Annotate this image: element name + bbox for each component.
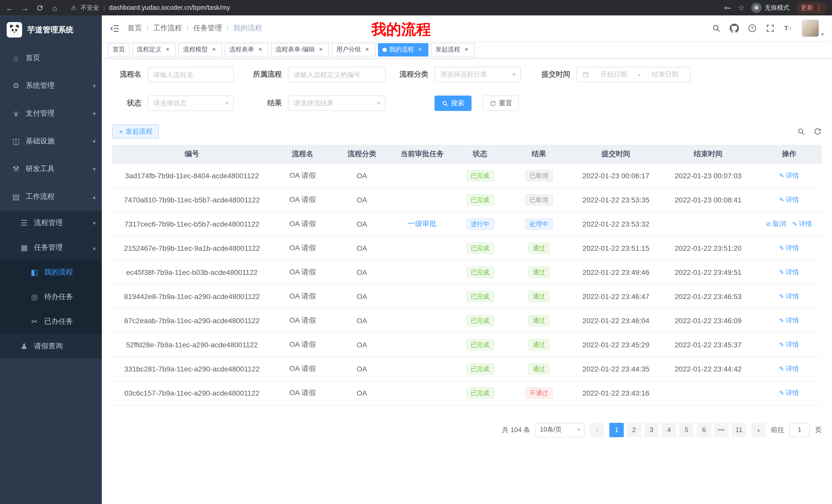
tab-process-form-edit[interactable]: 流程表单-编辑×	[271, 43, 329, 56]
close-icon[interactable]: ×	[463, 46, 470, 53]
category-select[interactable]: 请选择流程分类 ▾	[435, 67, 521, 82]
sidebar-item-infra[interactable]: ◫基础设施▾	[0, 128, 102, 155]
hamburger-icon[interactable]	[110, 23, 120, 33]
cell-status: 已完成	[454, 357, 506, 381]
cell-result: 通过	[506, 308, 572, 332]
close-icon[interactable]: ×	[210, 46, 217, 53]
tab-home[interactable]: 首页	[108, 43, 130, 56]
update-button[interactable]: 更新 ⋮	[796, 2, 827, 13]
tab-process-form[interactable]: 流程表单×	[225, 43, 268, 56]
close-icon[interactable]: ×	[317, 46, 324, 53]
tab-my-process[interactable]: 我的流程×	[378, 43, 428, 56]
reload-icon[interactable]	[36, 4, 44, 11]
page-button[interactable]: 3	[644, 423, 659, 437]
current-task-link[interactable]: 一级审批	[408, 219, 437, 227]
sidebar-item-leave-query[interactable]: ♟请假查询	[0, 334, 102, 359]
incognito-profile-chip[interactable]: 无痕模式	[751, 3, 789, 13]
close-icon[interactable]: ×	[164, 46, 171, 53]
page-button[interactable]: 5	[679, 423, 694, 437]
status-select[interactable]: 请选择状态 ▾	[148, 95, 234, 111]
page-size-select[interactable]: 10条/页 ▾	[535, 423, 585, 437]
table-row: 331bc281-7b9a-11ec-a290-acde48001122OA 请…	[112, 357, 822, 381]
sidebar-item-my-process[interactable]: ◧我的流程	[0, 260, 102, 285]
detail-link[interactable]: ✎详情	[779, 243, 799, 253]
cell-category: OA	[334, 284, 390, 308]
sidebar-item-task-mgmt[interactable]: ▦任务管理▴	[0, 235, 102, 260]
cancel-link[interactable]: ⊘取消	[766, 219, 786, 228]
detail-link[interactable]: ✎详情	[779, 171, 799, 180]
result-select[interactable]: 请选择流结果 ▾	[288, 95, 386, 111]
close-icon[interactable]: ×	[257, 46, 264, 53]
breadcrumb-separator: /	[147, 24, 149, 32]
process-name-input[interactable]	[148, 67, 234, 82]
submit-time-range[interactable]: 开始日期 - 结束日期	[576, 67, 691, 82]
cell-actions: ✎详情	[756, 332, 822, 357]
tab-process-model[interactable]: 流程模型×	[178, 43, 222, 56]
create-process-button[interactable]: + 发起流程	[112, 124, 159, 139]
sidebar-item-todo-tasks[interactable]: ◎待办任务	[0, 285, 102, 309]
help-icon[interactable]: ?	[748, 24, 757, 33]
home-icon[interactable]: ⌂	[50, 3, 59, 12]
detail-link[interactable]: ✎详情	[779, 388, 799, 397]
detail-link[interactable]: ✎详情	[792, 219, 812, 228]
bookmark-star-icon[interactable]: ☆	[738, 4, 745, 12]
column-header: 状态	[454, 145, 506, 163]
detail-link[interactable]: ✎详情	[779, 195, 799, 204]
tab-user-group[interactable]: 用户分组×	[332, 43, 375, 56]
detail-link[interactable]: ✎详情	[779, 291, 799, 301]
page-button[interactable]: 6	[697, 423, 711, 437]
avatar[interactable]	[802, 20, 819, 37]
page-button[interactable]: 2	[627, 423, 641, 437]
cell-submit-time: 2022-01-22 23:44:35	[572, 357, 660, 381]
back-icon[interactable]: ←	[5, 3, 14, 12]
breadcrumb-item[interactable]: 首页	[128, 24, 142, 33]
breadcrumb-item[interactable]: 任务管理	[193, 24, 222, 33]
sidebar-item-devtools[interactable]: ⚒研发工具▾	[0, 155, 102, 183]
sidebar-item-home[interactable]: ⌂首页	[0, 44, 102, 72]
workflow-icon: ▤	[11, 192, 21, 201]
search-button[interactable]: 搜索	[435, 95, 471, 111]
sidebar-item-payment[interactable]: ¥支付管理▾	[0, 100, 102, 128]
reset-button[interactable]: 重置	[483, 95, 519, 111]
search-toggle-icon[interactable]	[797, 128, 805, 136]
definition-input[interactable]	[288, 67, 386, 82]
user-menu[interactable]: ▾	[802, 20, 824, 37]
forward-icon[interactable]: →	[21, 3, 29, 12]
detail-label: 详情	[786, 243, 799, 253]
table-header-row: 编号流程名流程分类当前审批任务状态结果提交时间结束时间操作	[112, 145, 822, 163]
github-icon[interactable]	[730, 24, 739, 33]
font-size-icon[interactable]: T T	[784, 24, 793, 33]
close-icon[interactable]: ×	[417, 46, 424, 53]
sidebar-item-process-mgmt[interactable]: ☰流程管理▾	[0, 211, 102, 235]
sidebar-item-done-tasks[interactable]: ✂已办任务	[0, 309, 102, 334]
refresh-icon[interactable]	[813, 128, 822, 136]
status-badge: 已完成	[466, 290, 494, 302]
page-button[interactable]: 4	[662, 423, 676, 437]
cell-actions: ✎详情	[756, 284, 822, 308]
detail-link[interactable]: ✎详情	[779, 364, 799, 373]
sidebar-item-system[interactable]: ⚙系统管理▾	[0, 72, 102, 100]
category-placeholder: 请选择流程分类	[440, 70, 487, 79]
detail-link[interactable]: ✎详情	[779, 316, 799, 325]
kebab-menu-icon[interactable]: ⋮	[815, 4, 822, 11]
page-button[interactable]: 1	[609, 423, 624, 437]
key-icon[interactable]	[724, 4, 731, 11]
detail-link[interactable]: ✎详情	[779, 340, 799, 349]
tab-process-definition[interactable]: 流程定义×	[132, 43, 176, 56]
prev-page-button[interactable]: ‹	[590, 423, 604, 437]
sidebar-item-workflow[interactable]: ▤工作流程▴	[0, 183, 102, 211]
pagination-ellipsis[interactable]: •••	[714, 423, 729, 437]
fullscreen-icon[interactable]	[766, 24, 775, 33]
close-icon[interactable]: ×	[364, 46, 371, 53]
cell-submit-time: 2022-01-22 23:46:47	[572, 284, 660, 308]
next-page-button[interactable]: ›	[751, 423, 766, 437]
tab-label: 发起流程	[436, 45, 460, 54]
page-button[interactable]: 11	[732, 423, 746, 437]
goto-page-input[interactable]	[789, 423, 810, 437]
address-bar[interactable]: ⚠ 不安全 | dashboard.yudao.iocoder.cn/bpm/t…	[71, 3, 717, 12]
breadcrumb-item[interactable]: 工作流程	[153, 24, 182, 33]
edit-icon: ✎	[779, 389, 784, 396]
tab-start-process[interactable]: 发起流程×	[431, 43, 475, 56]
search-icon[interactable]	[712, 24, 721, 33]
detail-link[interactable]: ✎详情	[779, 268, 799, 277]
